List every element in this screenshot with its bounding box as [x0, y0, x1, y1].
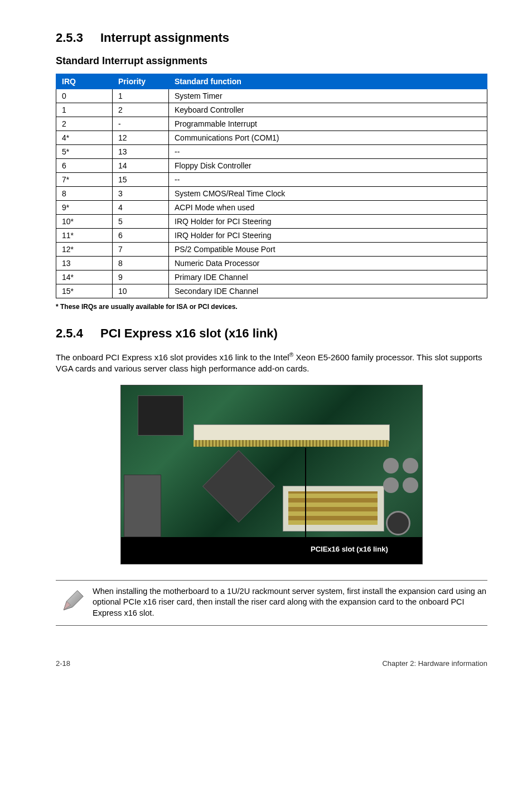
section-body-text: The onboard PCI Express x16 slot provide…	[56, 351, 487, 375]
table-row: 4*12Communications Port (COM1)	[56, 131, 487, 145]
table-cell: 5	[113, 215, 169, 229]
table-footnote: * These IRQs are usually available for I…	[56, 303, 487, 311]
page-footer: 2-18 Chapter 2: Hardware information	[56, 659, 487, 668]
section-title: Interrupt assignments	[100, 31, 229, 45]
table-cell: 8	[113, 257, 169, 270]
table-cell: 6	[56, 159, 113, 173]
page-content: 2.5.3Interrupt assignments Standard Inte…	[0, 0, 532, 690]
table-cell: Secondary IDE Channel	[169, 284, 487, 298]
table-cell: Primary IDE Channel	[169, 270, 487, 284]
table-caption: Standard Interrupt assignments	[56, 55, 487, 67]
table-row: 10*5IRQ Holder for PCI Steering	[56, 215, 487, 229]
table-cell: PS/2 Compatible Mouse Port	[169, 243, 487, 257]
table-row: 12Keyboard Controller	[56, 103, 487, 117]
section-title: PCI Express x16 slot (x16 link)	[100, 326, 278, 340]
table-cell: IRQ Holder for PCI Steering	[169, 215, 487, 229]
section-number: 2.5.3	[56, 31, 100, 45]
table-cell: 10	[113, 284, 169, 298]
table-cell: 2	[56, 117, 113, 131]
note-text: When installing the motherboard to a 1U/…	[89, 586, 487, 619]
section-heading-2-5-4: 2.5.4PCI Express x16 slot (x16 link)	[56, 326, 487, 341]
table-cell: 7	[113, 243, 169, 257]
photo-label-text: PCIEx16 slot (x16 link)	[311, 545, 388, 553]
table-cell: 8	[56, 187, 113, 201]
table-cell: 5*	[56, 145, 113, 159]
table-row: 01System Timer	[56, 89, 487, 103]
pencil-icon	[56, 586, 89, 613]
photo-label-bar: PCIEx16 slot (x16 link)	[121, 537, 422, 564]
table-cell: 4*	[56, 131, 113, 145]
table-cell: 9*	[56, 201, 113, 215]
table-cell: Floppy Disk Controller	[169, 159, 487, 173]
table-cell: 14*	[56, 270, 113, 284]
table-cell: 6	[113, 229, 169, 243]
table-cell: -	[113, 117, 169, 131]
table-cell: Keyboard Controller	[169, 103, 487, 117]
table-cell: 11*	[56, 229, 113, 243]
motherboard-photo: PCIEx16 slot (x16 link)	[120, 385, 423, 564]
irq-table: IRQ Priority Standard function 01System …	[56, 74, 487, 298]
callout-line	[305, 448, 306, 540]
table-cell: 12	[113, 131, 169, 145]
table-cell: 13	[113, 145, 169, 159]
table-cell: Numeric Data Processor	[169, 257, 487, 270]
table-cell: 3	[113, 187, 169, 201]
motherboard-photo-container: PCIEx16 slot (x16 link)	[56, 385, 487, 564]
table-cell: 14	[113, 159, 169, 173]
table-cell: 7*	[56, 173, 113, 187]
table-cell: --	[169, 173, 487, 187]
table-cell: Communications Port (COM1)	[169, 131, 487, 145]
table-cell: 15	[113, 173, 169, 187]
col-header-priority: Priority	[113, 74, 169, 89]
table-row: 138Numeric Data Processor	[56, 257, 487, 270]
table-row: 11*6IRQ Holder for PCI Steering	[56, 229, 487, 243]
page-number: 2-18	[56, 659, 70, 668]
table-row: 7*15--	[56, 173, 487, 187]
table-cell: IRQ Holder for PCI Steering	[169, 229, 487, 243]
table-row: 614Floppy Disk Controller	[56, 159, 487, 173]
chapter-label: Chapter 2: Hardware information	[382, 659, 487, 668]
table-cell: 1	[56, 103, 113, 117]
section-number: 2.5.4	[56, 326, 100, 341]
col-header-function: Standard function	[169, 74, 487, 89]
table-row: 12*7PS/2 Compatible Mouse Port	[56, 243, 487, 257]
table-row: 14*9Primary IDE Channel	[56, 270, 487, 284]
table-body: 01System Timer12Keyboard Controller2-Pro…	[56, 89, 487, 298]
table-cell: 1	[113, 89, 169, 103]
table-cell: 10*	[56, 215, 113, 229]
table-row: 5*13--	[56, 145, 487, 159]
table-row: 15*10Secondary IDE Channel	[56, 284, 487, 298]
table-cell: 9	[113, 270, 169, 284]
table-cell: 13	[56, 257, 113, 270]
note-block: When installing the motherboard to a 1U/…	[56, 580, 487, 626]
table-cell: System Timer	[169, 89, 487, 103]
body-pre: The onboard PCI Express x16 slot provide…	[56, 352, 289, 362]
table-cell: --	[169, 145, 487, 159]
table-cell: Programmable Interrupt	[169, 117, 487, 131]
table-cell: ACPI Mode when used	[169, 201, 487, 215]
table-row: 83System CMOS/Real Time Clock	[56, 187, 487, 201]
table-cell: System CMOS/Real Time Clock	[169, 187, 487, 201]
col-header-irq: IRQ	[56, 74, 113, 89]
table-cell: 2	[113, 103, 169, 117]
table-cell: 12*	[56, 243, 113, 257]
table-cell: 4	[113, 201, 169, 215]
table-cell: 15*	[56, 284, 113, 298]
section-heading-2-5-3: 2.5.3Interrupt assignments	[56, 31, 487, 45]
table-header-row: IRQ Priority Standard function	[56, 74, 487, 89]
table-row: 2-Programmable Interrupt	[56, 117, 487, 131]
table-cell: 0	[56, 89, 113, 103]
table-row: 9*4ACPI Mode when used	[56, 201, 487, 215]
